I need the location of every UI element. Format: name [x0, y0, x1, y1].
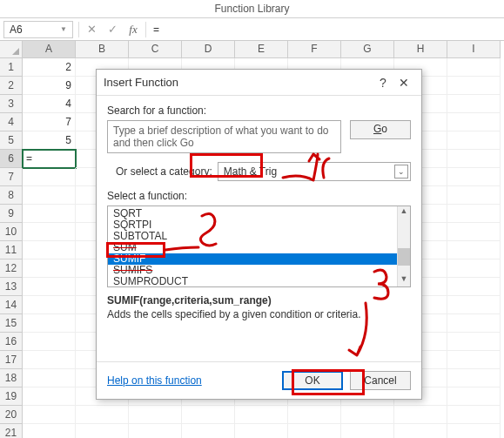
cell[interactable]: [447, 150, 501, 168]
row-head[interactable]: 14: [0, 296, 23, 314]
row-head[interactable]: 18: [0, 369, 23, 387]
cell[interactable]: [447, 278, 501, 296]
cell[interactable]: [23, 278, 76, 296]
col-head-H[interactable]: H: [394, 41, 447, 58]
cell[interactable]: [182, 406, 235, 424]
cell[interactable]: [447, 205, 501, 223]
col-head-D[interactable]: D: [182, 41, 235, 58]
cell[interactable]: [23, 223, 76, 241]
row-head[interactable]: 5: [0, 131, 23, 150]
cell[interactable]: [447, 58, 501, 77]
fx-icon[interactable]: fx: [123, 23, 144, 37]
cell[interactable]: [447, 351, 501, 369]
cell[interactable]: [76, 424, 129, 438]
help-icon[interactable]: ?: [373, 76, 393, 90]
cell[interactable]: 4: [23, 95, 76, 113]
row-head[interactable]: 6: [0, 150, 23, 168]
cell[interactable]: [129, 406, 182, 424]
row-head[interactable]: 20: [0, 406, 23, 424]
row-head[interactable]: 7: [0, 168, 23, 186]
scrollbar[interactable]: ▲ ▼: [397, 206, 410, 286]
cell[interactable]: [447, 387, 501, 406]
cell[interactable]: [23, 424, 76, 438]
cell[interactable]: [23, 205, 76, 223]
col-head-C[interactable]: C: [129, 41, 182, 58]
row-head[interactable]: 19: [0, 387, 23, 406]
enter-icon[interactable]: ✓: [102, 23, 123, 36]
cell[interactable]: [23, 186, 76, 205]
cell[interactable]: 9: [23, 77, 76, 95]
list-item[interactable]: SUBTOTAL: [111, 231, 407, 242]
cell[interactable]: [447, 333, 501, 351]
list-item[interactable]: SUMPRODUCT: [111, 276, 407, 287]
cell[interactable]: [288, 406, 341, 424]
cell[interactable]: [447, 77, 501, 95]
cell[interactable]: [447, 296, 501, 314]
cell[interactable]: [23, 351, 76, 369]
cell[interactable]: [447, 113, 501, 131]
scroll-down-icon[interactable]: ▼: [398, 274, 410, 286]
cell[interactable]: [447, 259, 501, 278]
cell[interactable]: [23, 387, 76, 406]
cell[interactable]: [447, 168, 501, 186]
cancel-icon[interactable]: ✕: [81, 23, 102, 36]
row-head[interactable]: 16: [0, 333, 23, 351]
search-input[interactable]: Type a brief description of what you wan…: [107, 120, 341, 153]
cell[interactable]: 7: [23, 113, 76, 131]
row-head[interactable]: 2: [0, 77, 23, 95]
cell[interactable]: [341, 406, 394, 424]
cell[interactable]: [76, 406, 129, 424]
cell[interactable]: [288, 424, 341, 438]
row-head[interactable]: 10: [0, 223, 23, 241]
cell[interactable]: [447, 95, 501, 113]
row-head[interactable]: 12: [0, 259, 23, 278]
cell[interactable]: [235, 424, 288, 438]
cell[interactable]: [447, 186, 501, 205]
col-head-G[interactable]: G: [341, 41, 394, 58]
row-head[interactable]: 3: [0, 95, 23, 113]
cell[interactable]: [394, 424, 447, 438]
cell[interactable]: 2: [23, 58, 76, 77]
dropdown-icon[interactable]: ▼: [60, 25, 67, 33]
cell[interactable]: [235, 406, 288, 424]
select-all-corner[interactable]: [0, 41, 23, 58]
row-head[interactable]: 15: [0, 314, 23, 333]
scroll-up-icon[interactable]: ▲: [398, 206, 410, 219]
cell[interactable]: [447, 369, 501, 387]
row-head[interactable]: 1: [0, 58, 23, 77]
cell[interactable]: [447, 241, 501, 259]
cell[interactable]: [23, 406, 76, 424]
cell[interactable]: [182, 424, 235, 438]
cell[interactable]: [23, 314, 76, 333]
cell[interactable]: [394, 406, 447, 424]
cell[interactable]: [23, 369, 76, 387]
formula-input[interactable]: =: [148, 22, 504, 37]
col-head-A[interactable]: A: [23, 41, 76, 58]
row-head[interactable]: 9: [0, 205, 23, 223]
help-link[interactable]: Help on this function: [107, 374, 275, 387]
row-head[interactable]: 21: [0, 424, 23, 438]
go-button[interactable]: Go: [350, 120, 411, 139]
row-head[interactable]: 11: [0, 241, 23, 259]
cell[interactable]: =: [23, 150, 76, 168]
chevron-down-icon[interactable]: ⌄: [394, 165, 408, 179]
list-item[interactable]: SQRT: [111, 208, 407, 219]
row-head[interactable]: 13: [0, 278, 23, 296]
cell[interactable]: [23, 333, 76, 351]
cell[interactable]: [447, 131, 501, 150]
cell[interactable]: [23, 168, 76, 186]
cell[interactable]: [23, 241, 76, 259]
cell[interactable]: 5: [23, 131, 76, 150]
col-head-B[interactable]: B: [76, 41, 129, 58]
row-head[interactable]: 4: [0, 113, 23, 131]
row-head[interactable]: 17: [0, 351, 23, 369]
col-head-E[interactable]: E: [235, 41, 288, 58]
cell[interactable]: [23, 259, 76, 278]
name-box[interactable]: A6 ▼: [3, 21, 73, 38]
cell[interactable]: [447, 406, 501, 424]
cell[interactable]: [341, 424, 394, 438]
cell[interactable]: [23, 296, 76, 314]
row-head[interactable]: 8: [0, 186, 23, 205]
cell[interactable]: [447, 314, 501, 333]
cell[interactable]: [447, 424, 501, 438]
